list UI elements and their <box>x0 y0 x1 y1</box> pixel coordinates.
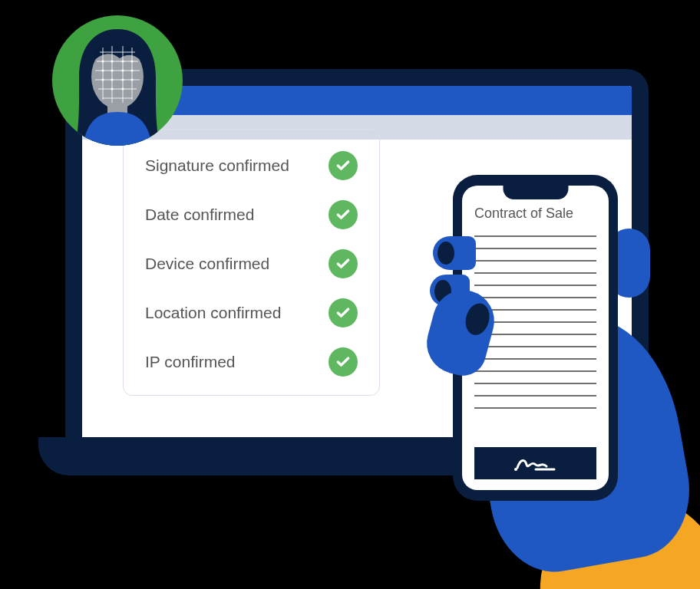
svg-point-17 <box>111 69 113 71</box>
document-line <box>474 260 596 262</box>
confirmation-panel: Signature confirmed Date confirmed Devic… <box>123 129 380 396</box>
check-icon <box>329 151 358 180</box>
document-line <box>474 407 596 409</box>
check-icon <box>329 347 358 377</box>
check-icon <box>329 249 358 278</box>
document-line <box>474 358 596 360</box>
svg-point-25 <box>121 87 124 90</box>
document-line <box>474 334 596 335</box>
hand-holding-phone: Contract of Sale <box>393 129 700 589</box>
confirmation-label: Device confirmed <box>145 255 269 273</box>
document-line <box>474 235 596 237</box>
confirmation-label: Signature confirmed <box>145 156 289 175</box>
finger <box>433 236 476 270</box>
svg-point-13 <box>111 60 113 62</box>
svg-point-24 <box>111 87 113 90</box>
signature-bar <box>474 447 596 479</box>
svg-point-27 <box>514 468 517 471</box>
svg-point-19 <box>130 69 133 71</box>
document-line <box>474 346 596 347</box>
svg-point-20 <box>101 78 104 81</box>
check-icon <box>329 298 358 327</box>
confirmation-label: Date confirmed <box>145 206 254 224</box>
svg-point-14 <box>121 60 124 62</box>
document-line <box>474 370 596 372</box>
confirmation-label: Location confirmed <box>145 304 281 322</box>
svg-point-12 <box>101 60 104 62</box>
svg-point-15 <box>130 60 133 62</box>
avatar-face-scan <box>52 15 183 146</box>
confirmation-label: IP confirmed <box>145 353 236 371</box>
check-icon <box>329 200 358 229</box>
document-line <box>474 272 596 274</box>
confirmation-row: Location confirmed <box>145 298 358 327</box>
document-line <box>474 248 596 249</box>
svg-point-22 <box>121 78 124 81</box>
svg-point-21 <box>111 78 113 81</box>
confirmation-row: Device confirmed <box>145 249 358 278</box>
document-line <box>474 297 596 298</box>
signature-icon <box>513 454 559 472</box>
confirmation-row: IP confirmed <box>145 347 358 377</box>
document-line <box>474 395 596 397</box>
confirmation-row: Date confirmed <box>145 200 358 229</box>
document-line <box>474 383 596 384</box>
svg-point-23 <box>130 78 133 81</box>
document-line <box>474 285 596 286</box>
face-scan-icon <box>52 15 183 146</box>
document-title: Contract of Sale <box>474 206 596 222</box>
svg-point-18 <box>121 69 124 71</box>
svg-point-16 <box>101 69 104 71</box>
phone-notch <box>503 183 568 199</box>
confirmation-row: Signature confirmed <box>145 151 358 180</box>
